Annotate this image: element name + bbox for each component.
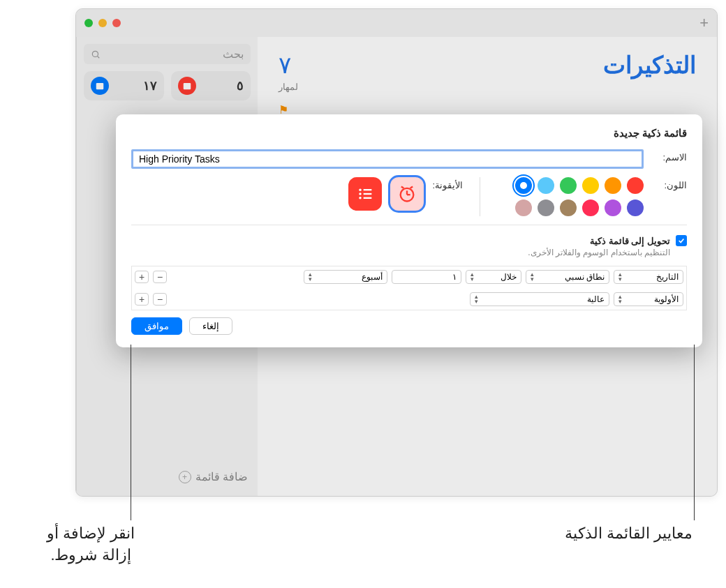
icon-tile-clock[interactable] — [390, 177, 424, 211]
filter-type-select[interactable]: التاريخ▴▾ — [614, 270, 683, 284]
svg-line-7 — [401, 187, 404, 188]
smart-list-checkbox[interactable] — [676, 235, 687, 246]
color-swatch-green[interactable] — [560, 177, 577, 194]
stepper-icon: ▴▾ — [475, 294, 478, 304]
icon-tile-list[interactable] — [348, 177, 382, 211]
add-filter-button[interactable]: + — [135, 293, 149, 306]
filter-number-input[interactable] — [392, 270, 461, 284]
remove-filter-button[interactable]: − — [153, 271, 167, 283]
callout-left: انقر لإضافة أو إزالة شروط. — [21, 523, 161, 566]
icon-picker — [348, 177, 424, 211]
color-swatch-indigo[interactable] — [627, 199, 644, 216]
color-picker — [497, 177, 644, 216]
svg-point-13 — [360, 197, 362, 199]
callout-line — [694, 345, 695, 520]
stepper-icon: ▴▾ — [309, 272, 312, 282]
name-input[interactable] — [131, 149, 644, 169]
alarm-clock-icon — [397, 184, 417, 204]
add-filter-button[interactable]: + — [135, 271, 149, 283]
svg-line-8 — [410, 187, 413, 188]
filter-row-date: التاريخ▴▾ نطاق نسبي▴▾ خلال▴▾ أسبوع▴▾ − + — [132, 266, 686, 288]
svg-rect-12 — [364, 193, 372, 195]
cancel-button[interactable]: إلغاء — [189, 317, 232, 335]
dialog-title: قائمة ذكية جديدة — [131, 127, 687, 140]
remove-filter-button[interactable]: − — [153, 293, 167, 306]
checkbox-label: تحويل إلى قائمة ذكية — [590, 236, 670, 246]
svg-point-11 — [360, 193, 362, 195]
color-swatch-lightblue[interactable] — [538, 177, 554, 194]
stepper-icon: ▴▾ — [618, 272, 622, 282]
stepper-icon: ▴▾ — [531, 272, 534, 282]
callout-line — [131, 345, 131, 520]
filter-row-priority: الأولوية▴▾ عالية▴▾ − + — [132, 288, 686, 310]
color-swatch-blue[interactable] — [515, 177, 532, 194]
color-swatch-orange[interactable] — [605, 177, 621, 194]
check-icon — [678, 237, 685, 244]
filter-within-select[interactable]: خلال▴▾ — [466, 270, 521, 284]
callout-right: معايير القائمة الذكية — [511, 523, 692, 545]
svg-rect-10 — [364, 189, 372, 190]
color-swatch-red[interactable] — [627, 177, 644, 194]
filter-unit-select[interactable]: أسبوع▴▾ — [304, 270, 387, 284]
color-swatch-yellow[interactable] — [582, 177, 599, 194]
stepper-icon: ▴▾ — [618, 294, 622, 304]
ok-button[interactable]: موافق — [131, 317, 182, 335]
stepper-icon: ▴▾ — [471, 272, 474, 282]
name-label: الاسم: — [652, 149, 687, 163]
color-swatch-pink[interactable] — [582, 199, 599, 216]
svg-point-9 — [360, 188, 362, 191]
color-label: اللون: — [652, 177, 687, 190]
color-swatch-purple[interactable] — [605, 199, 621, 216]
filter-criteria: التاريخ▴▾ نطاق نسبي▴▾ خلال▴▾ أسبوع▴▾ − +… — [131, 266, 687, 310]
svg-rect-14 — [364, 197, 372, 199]
color-swatch-rose[interactable] — [515, 199, 532, 216]
divider — [480, 177, 480, 216]
filter-value-select[interactable]: عالية▴▾ — [470, 292, 609, 306]
filter-type-select[interactable]: الأولوية▴▾ — [614, 292, 683, 306]
new-smart-list-dialog: قائمة ذكية جديدة الاسم: اللون: الأيقونة: — [116, 114, 702, 347]
divider — [131, 225, 687, 225]
icon-label: الأيقونة: — [432, 177, 463, 190]
checkbox-subtitle: التنظيم باستخدام الوسوم والفلاتر الأخرى. — [131, 248, 670, 257]
color-swatch-gray[interactable] — [538, 199, 554, 216]
color-swatch-brown[interactable] — [560, 199, 577, 216]
list-icon — [355, 184, 375, 204]
filter-range-select[interactable]: نطاق نسبي▴▾ — [526, 270, 609, 284]
